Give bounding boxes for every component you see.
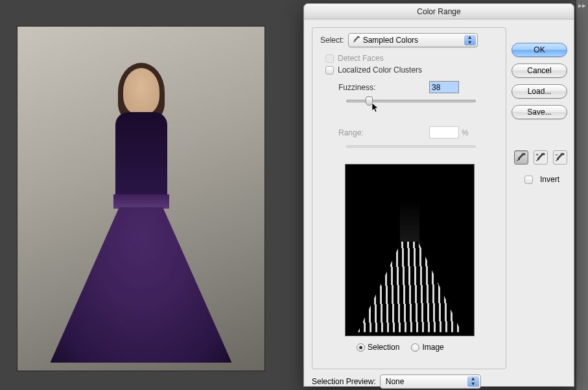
detect-faces-label: Detect Faces bbox=[338, 54, 384, 63]
select-label: Select: bbox=[320, 36, 344, 45]
main-options-group: Select: Sampled Colors ▲▼ Detect Faces L… bbox=[312, 27, 506, 369]
preview-mode-image-label: Image bbox=[422, 343, 443, 352]
canvas-document[interactable] bbox=[17, 26, 265, 371]
panel-dock-edge: ▸▸ bbox=[576, 0, 588, 390]
fuzziness-slider-thumb[interactable] bbox=[366, 97, 373, 106]
fuzziness-input[interactable] bbox=[429, 81, 459, 93]
invert-checkbox[interactable] bbox=[524, 176, 533, 184]
fuzziness-slider[interactable] bbox=[346, 97, 476, 106]
eyedropper-minus-icon bbox=[555, 152, 565, 163]
selection-preview-value: None bbox=[386, 377, 405, 386]
preview-mode-image-radio[interactable] bbox=[411, 343, 419, 352]
localized-clusters-checkbox[interactable] bbox=[325, 66, 334, 75]
select-mode-value: Sampled Colors bbox=[363, 36, 418, 45]
panel-menu-icon[interactable]: ▸▸ bbox=[578, 1, 586, 10]
range-suffix: % bbox=[462, 128, 469, 137]
canvas-image-content bbox=[51, 68, 232, 366]
selection-preview-dropdown[interactable]: None ▲▼ bbox=[380, 374, 481, 389]
localized-clusters-label: Localized Color Clusters bbox=[338, 65, 422, 75]
ok-button[interactable]: OK bbox=[512, 43, 567, 57]
cancel-button[interactable]: Cancel bbox=[512, 63, 567, 78]
selection-preview-label: Selection Preview: bbox=[312, 377, 376, 386]
fuzziness-label: Fuzziness: bbox=[338, 83, 429, 92]
selection-preview-thumbnail[interactable] bbox=[345, 164, 475, 336]
dialog-title: Color Range bbox=[304, 4, 574, 19]
load-button[interactable]: Load... bbox=[512, 84, 567, 98]
eyedropper-icon bbox=[353, 36, 360, 43]
preview-mode-selection-label: Selection bbox=[368, 343, 399, 352]
select-mode-dropdown[interactable]: Sampled Colors ▲▼ bbox=[348, 33, 478, 47]
dropdown-arrows-icon: ▲▼ bbox=[464, 35, 476, 45]
color-range-dialog: Color Range Select: Sampled Colors ▲▼ De… bbox=[303, 3, 574, 387]
eyedropper-icon bbox=[516, 152, 526, 163]
save-button[interactable]: Save... bbox=[512, 105, 567, 119]
range-label: Range: bbox=[338, 128, 429, 137]
invert-label: Invert bbox=[540, 175, 559, 184]
eyedropper-plus-icon bbox=[535, 152, 546, 163]
range-input bbox=[429, 126, 459, 139]
preview-mode-selection-radio[interactable] bbox=[357, 343, 365, 352]
eyedropper-sample-button[interactable] bbox=[514, 150, 528, 165]
detect-faces-checkbox bbox=[325, 54, 334, 63]
eyedropper-add-button[interactable] bbox=[534, 150, 548, 165]
dropdown-arrows-icon: ▲▼ bbox=[467, 376, 479, 387]
eyedropper-subtract-button[interactable] bbox=[553, 150, 567, 165]
range-slider bbox=[346, 142, 476, 151]
